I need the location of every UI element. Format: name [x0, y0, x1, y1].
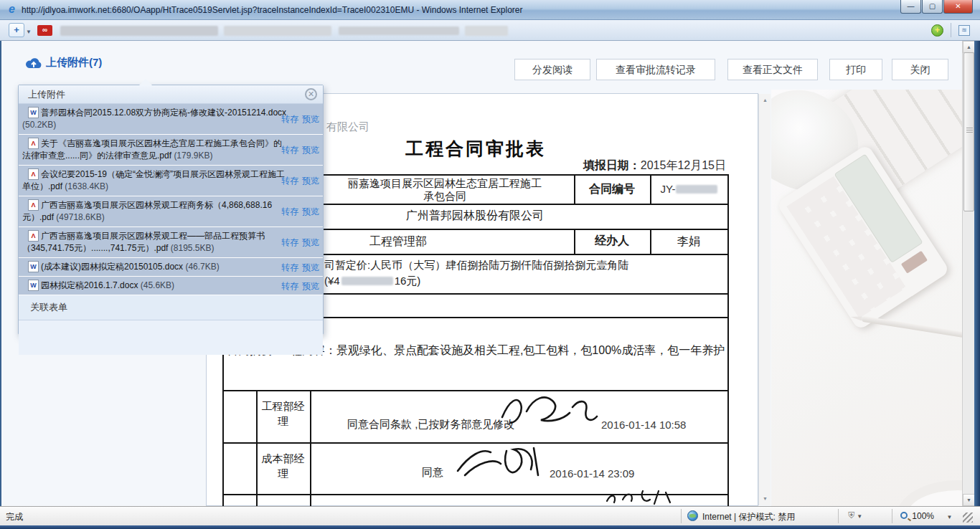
status-bar: 完成 Internet | 保护模式: 禁用 ⛨ ▼ 100% ▼: [0, 506, 980, 525]
price-line1: 司暂定价:人民币（大写）肆佰捌拾陆万捌仟陆佰捌拾捌元壹角陆: [324, 259, 628, 272]
redacted-block: [676, 185, 717, 194]
close-icon[interactable]: ✕: [305, 88, 317, 100]
close-page-button[interactable]: 关闭: [892, 59, 948, 80]
file-size: (179.9KB): [174, 151, 212, 161]
pdf-file-icon: Ʌ: [28, 138, 39, 149]
approval-time: 2016-01-14 10:58: [601, 419, 686, 431]
maximize-button[interactable]: ▢: [922, 0, 943, 14]
view-approval-flow-button[interactable]: 查看审批流转记录: [596, 59, 715, 80]
browser-window: e http://jdlyoa.imwork.net:6680/OAapp/Ht…: [0, 0, 980, 529]
save-as-link[interactable]: 转存: [281, 114, 298, 124]
price-line2: (¥416元): [324, 275, 420, 288]
file-name: 广西吉丽嘉逸项目展示区园林景观工程——部品工程预算书（345,741.75元）.…: [22, 231, 265, 253]
cloud-upload-icon: [24, 57, 42, 69]
panel-notch: [139, 79, 152, 85]
file-size: (46.7KB): [185, 262, 219, 272]
attachment-row: W (成本建议)园林拟定稿20150105.docx (46.7KB) 转存预览: [19, 258, 323, 277]
attachment-row: Ʌ 关于《吉丽嘉逸项目展示区园林生态宜居工程施工承包合同》的法律审查意.....…: [19, 135, 323, 166]
view-main-document-button[interactable]: 查看正文文件: [727, 59, 818, 80]
upload-attachments-label: 上传附件(7): [46, 56, 102, 70]
window-border: [974, 20, 980, 529]
save-as-link[interactable]: 转存: [281, 280, 298, 290]
status-text: 完成: [6, 511, 23, 523]
file-size: (45.6KB): [141, 280, 174, 290]
handler-cell: 李娟: [650, 234, 727, 249]
word-file-icon: W: [28, 107, 39, 118]
distribute-read-button[interactable]: 分发阅读: [514, 59, 590, 80]
handler-label: 经办人: [574, 234, 650, 249]
pdf-file-icon: Ʌ: [28, 230, 39, 242]
pen-photo: [862, 316, 962, 345]
redacted-block: [465, 26, 508, 36]
attachment-row: Ʌ 广西吉丽嘉逸项目展示区园林景观工程商务标（4,868,688.16元）.pd…: [19, 196, 323, 227]
browser-plugin-icon[interactable]: +: [931, 24, 943, 37]
file-size: (8195.5KB): [171, 243, 215, 253]
internet-zone-icon: [687, 510, 698, 521]
close-button[interactable]: ✕: [943, 0, 973, 14]
approval-comment: 同意合同条款 ,已按财务部意见修改: [347, 418, 514, 432]
scrollbar-thumb[interactable]: [963, 52, 974, 211]
attachments-panel: 上传附件 ✕ W 普邦园林合同2015.12.08双方协商定稿-修改建议-201…: [18, 85, 324, 335]
contract-no-cell: JY-: [650, 183, 727, 195]
cup-photo: [897, 480, 962, 506]
signature-image: [453, 441, 547, 480]
preview-link[interactable]: 预览: [302, 206, 319, 216]
window-title: http://jdlyoa.imwork.net:6680/OAapp/HtTr…: [22, 5, 522, 15]
attachment-row: W 园林拟定稿2016.1.7.docx (45.6KB) 转存预览: [19, 277, 323, 295]
scroll-up-icon[interactable]: ▲: [760, 95, 770, 105]
favorites-bar: + ▼ ∞ + ≋: [0, 20, 980, 41]
protected-mode-icon[interactable]: ⛨ ▼: [848, 510, 862, 520]
redacted-block: [60, 26, 218, 36]
approval-comment: 同意: [422, 466, 443, 480]
preview-link[interactable]: 预览: [302, 176, 319, 186]
pdf-file-icon: Ʌ: [28, 199, 39, 211]
save-as-link[interactable]: 转存: [281, 145, 298, 155]
resize-grip[interactable]: [963, 513, 973, 523]
word-file-icon: W: [28, 280, 39, 291]
save-as-link[interactable]: 转存: [281, 206, 298, 216]
window-border: [0, 20, 1, 529]
minimize-button[interactable]: —: [900, 0, 921, 14]
report-date-label: 填报日期：: [583, 159, 641, 171]
zoom-level: 100%: [912, 511, 934, 521]
approver-role: 工程部经理: [260, 399, 306, 429]
compatibility-view-icon[interactable]: ≋: [958, 25, 970, 36]
preview-link[interactable]: 预览: [302, 237, 319, 247]
chevron-down-icon[interactable]: ▼: [26, 29, 32, 35]
word-file-icon: W: [28, 261, 39, 272]
save-as-link[interactable]: 转存: [281, 176, 298, 186]
panel-empty-area: [19, 320, 323, 355]
add-favorite-icon[interactable]: +: [9, 23, 24, 37]
preview-link[interactable]: 预览: [302, 145, 319, 155]
signature-image: [496, 393, 600, 427]
file-name: 园林拟定稿2016.1.7.docx: [41, 280, 138, 290]
attachment-row: W 普邦园林合同2015.12.08双方协商定稿-修改建议-20151214.d…: [19, 104, 323, 135]
window-border: [0, 525, 980, 529]
file-size: (1638.4KB): [65, 181, 108, 191]
file-name: (成本建议)园林拟定稿20150105.docx: [41, 262, 183, 272]
chevron-down-icon[interactable]: ▼: [946, 514, 952, 520]
save-as-link[interactable]: 转存: [281, 262, 298, 272]
zoom-control[interactable]: 100% ▼: [900, 511, 952, 521]
approval-time: 2016-01-14 23:09: [550, 467, 634, 480]
file-name: 普邦园林合同2015.12.08双方协商定稿-修改建议-20151214.doc…: [41, 108, 286, 118]
contract-no-prefix: JY-: [660, 183, 675, 195]
related-forms-section[interactable]: 关联表单: [19, 295, 323, 320]
approver-role: 成本部经理: [260, 451, 306, 481]
preview-link[interactable]: 预览: [302, 280, 319, 290]
scroll-down-icon[interactable]: ▼: [963, 494, 975, 506]
toolbar-separator: [951, 23, 951, 37]
scroll-down-icon[interactable]: ▼: [760, 494, 770, 504]
contract-name-cell: 丽嘉逸项目展示区园林生态宜居工程施工 承包合同: [316, 177, 574, 203]
site-logo-icon[interactable]: ∞: [37, 25, 52, 36]
window-scrollbar[interactable]: ▲ ▼: [962, 41, 974, 506]
security-zone-text: Internet | 保护模式: 禁用: [702, 511, 795, 523]
scroll-up-icon[interactable]: ▲: [963, 41, 975, 53]
save-as-link[interactable]: 转存: [281, 237, 298, 247]
upload-attachments-link[interactable]: 上传附件(7): [24, 56, 102, 70]
document-scrollbar[interactable]: ▲ ▼: [758, 94, 771, 505]
preview-link[interactable]: 预览: [302, 262, 319, 272]
pdf-file-icon: Ʌ: [28, 168, 39, 180]
print-button[interactable]: 打印: [829, 59, 882, 80]
preview-link[interactable]: 预览: [302, 114, 319, 124]
